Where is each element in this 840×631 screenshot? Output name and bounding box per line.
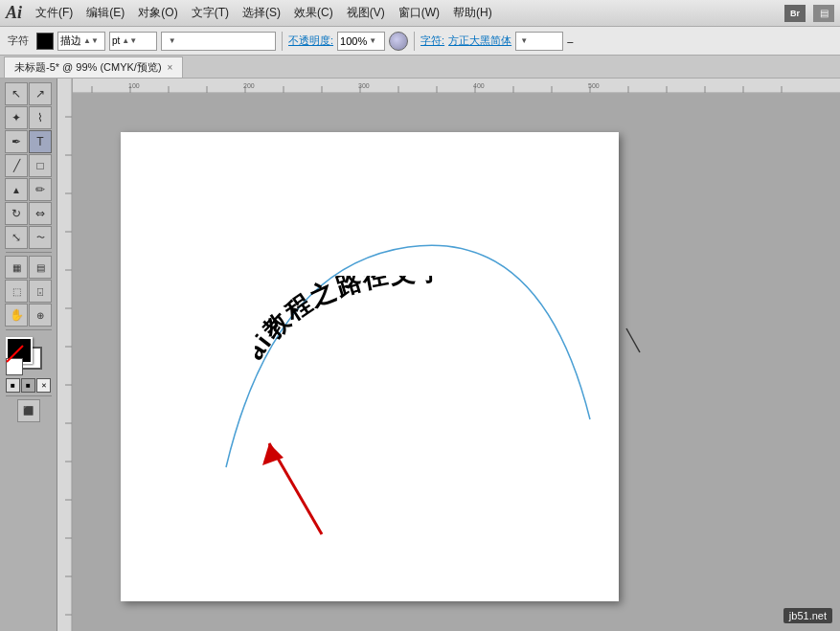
ruler-left-svg [57, 79, 73, 631]
stroke-dropdown[interactable]: 描边 ▲▼ [57, 32, 105, 51]
ruler-top: 100 200 300 400 500 [57, 79, 840, 94]
clear-mode-button[interactable]: ✕ [36, 378, 51, 393]
menu-view[interactable]: 视图(V) [341, 3, 391, 23]
svg-text:400: 400 [473, 82, 485, 89]
tab-title: 未标题-5* @ 99% (CMYK/预览) [14, 60, 162, 75]
menu-window[interactable]: 窗口(W) [393, 3, 445, 23]
pen-tool[interactable]: ✒ [5, 130, 28, 153]
tool-row-7: ⤡ 〜 [5, 226, 52, 249]
artboard-tool[interactable]: ⬚ [5, 280, 28, 303]
graph-tool[interactable]: ▦ [5, 256, 28, 279]
app-logo: Ai [6, 3, 22, 23]
color-swatch[interactable] [36, 33, 54, 50]
options-toolbar: 字符 描边 ▲▼ pt ▲▼ ▼ 不透明度: 100% ▼ 字符: 方正大黑简体… [0, 27, 840, 56]
menu-edit[interactable]: 编辑(E) [80, 3, 130, 23]
ruler-top-svg: 100 200 300 400 500 [73, 79, 840, 94]
no-color-icon[interactable] [6, 358, 23, 375]
text-tool[interactable]: T [29, 130, 52, 153]
ruler-left [57, 79, 73, 631]
rect-tool[interactable]: □ [29, 154, 52, 177]
normal-mode-button[interactable]: ■ [6, 378, 20, 393]
lasso-tool[interactable]: ⌇ [29, 106, 52, 129]
mode-row: ■ ■ ✕ [6, 378, 51, 393]
workspace-button[interactable]: ▤ [813, 5, 834, 22]
pencil-tool[interactable]: ✏ [29, 178, 52, 201]
font-name[interactable]: 方正大黑简体 [448, 34, 511, 48]
tool-row-2: ✦ ⌇ [5, 106, 52, 129]
magic-wand-tool[interactable]: ✦ [5, 106, 28, 129]
menu-help[interactable]: 帮助(H) [447, 3, 498, 23]
artboard: ai教程之路径文字 [121, 132, 619, 601]
divider1 [282, 32, 283, 51]
stroke-dropdown-arrow: ▲▼ [83, 36, 99, 45]
path-text-content: ai教程之路径文字 [255, 276, 444, 365]
tool-row-1: ↖ ↗ [5, 82, 52, 105]
opacity-dropdown-arrow: ▼ [369, 36, 376, 45]
menu-text[interactable]: 文字(T) [186, 3, 235, 23]
font-size-dash: – [567, 35, 573, 47]
opacity-label[interactable]: 不透明度: [288, 34, 333, 48]
divider2 [414, 32, 415, 51]
column-graph-tool[interactable]: ▤ [29, 256, 52, 279]
tool-separator-2 [6, 329, 52, 330]
zoom-tool[interactable]: ⊕ [29, 304, 52, 327]
style-dropdown-arrow: ▼ [169, 36, 176, 45]
paint-bucket-tool[interactable]: ▲ [5, 178, 28, 201]
line-tool[interactable]: ╱ [5, 154, 28, 177]
svg-text:100: 100 [128, 82, 140, 89]
svg-text:200: 200 [243, 82, 255, 89]
path-text: ai教程之路径文字 [255, 276, 657, 378]
color-area [6, 337, 52, 375]
document-tab[interactable]: 未标题-5* @ 99% (CMYK/预览) × [4, 56, 183, 78]
style-dropdown[interactable]: ▼ [161, 32, 276, 51]
canvas-background: ai教程之路径文字 jb51.net [73, 94, 840, 631]
red-arrow-svg [255, 429, 331, 544]
bridge-button[interactable]: Br [784, 5, 806, 22]
tool-panel: ↖ ↗ ✦ ⌇ ✒ T ╱ □ ▲ ✏ ↻ ⇔ ⤡ 〜 ▦ ▤ [0, 79, 57, 631]
menu-file[interactable]: 文件(F) [30, 3, 79, 23]
tool-separator-1 [6, 252, 52, 253]
screen-mode-button[interactable]: ⬛ [17, 399, 40, 422]
tool-row-9: ⬚ ⌺ [5, 280, 52, 303]
font-dropdown-arrow: ▼ [520, 36, 528, 45]
main-area: ↖ ↗ ✦ ⌇ ✒ T ╱ □ ▲ ✏ ↻ ⇔ ⤡ 〜 ▦ ▤ [0, 79, 840, 631]
watermark: jb51.net [783, 608, 832, 623]
tool-row-bottom: ⬛ [17, 399, 40, 422]
title-bar: Ai 文件(F) 编辑(E) 对象(O) 文字(T) 选择(S) 效果(C) 视… [0, 0, 840, 27]
menu-select[interactable]: 选择(S) [237, 3, 286, 23]
globe-icon[interactable] [389, 32, 408, 51]
rotate-tool[interactable]: ↻ [5, 202, 28, 225]
font-label[interactable]: 字符: [420, 34, 444, 48]
tab-bar: 未标题-5* @ 99% (CMYK/预览) × [0, 56, 840, 79]
opacity-dropdown[interactable]: 100% ▼ [337, 32, 385, 51]
tool-row-6: ↻ ⇔ [5, 202, 52, 225]
svg-text:300: 300 [358, 82, 370, 89]
font-dropdown[interactable]: ▼ [515, 32, 563, 51]
menu-bar: 文件(F) 编辑(E) 对象(O) 文字(T) 选择(S) 效果(C) 视图(V… [30, 3, 498, 23]
size-dropdown-arrow: ▲▼ [122, 36, 137, 45]
tool-row-4: ╱ □ [5, 154, 52, 177]
direct-selection-tool[interactable]: ↗ [29, 82, 52, 105]
text-cursor [626, 328, 640, 352]
mirror-tool[interactable]: ⇔ [29, 202, 52, 225]
canvas-area: 100 200 300 400 500 [57, 79, 840, 631]
menu-effect[interactable]: 效果(C) [288, 3, 339, 23]
slice-tool[interactable]: ⌺ [29, 280, 52, 303]
path-text-svg: ai教程之路径文字 [255, 276, 657, 372]
size-dropdown[interactable]: pt ▲▼ [109, 32, 157, 51]
tool-separator-3 [6, 395, 52, 396]
tool-row-10: ✋ ⊕ [5, 304, 52, 327]
hand-tool[interactable]: ✋ [5, 304, 28, 327]
tool-row-5: ▲ ✏ [5, 178, 52, 201]
svg-text:500: 500 [588, 82, 600, 89]
tool-row-3: ✒ T [5, 130, 52, 153]
scale-tool[interactable]: ⤡ [5, 226, 28, 249]
warp-tool[interactable]: 〜 [29, 226, 52, 249]
behind-mode-button[interactable]: ■ [21, 378, 35, 393]
selection-tool[interactable]: ↖ [5, 82, 28, 105]
menu-object[interactable]: 对象(O) [132, 3, 183, 23]
toolbar-label: 字符 [4, 34, 33, 48]
tab-close-button[interactable]: × [168, 62, 173, 73]
tool-row-8: ▦ ▤ [5, 256, 52, 279]
